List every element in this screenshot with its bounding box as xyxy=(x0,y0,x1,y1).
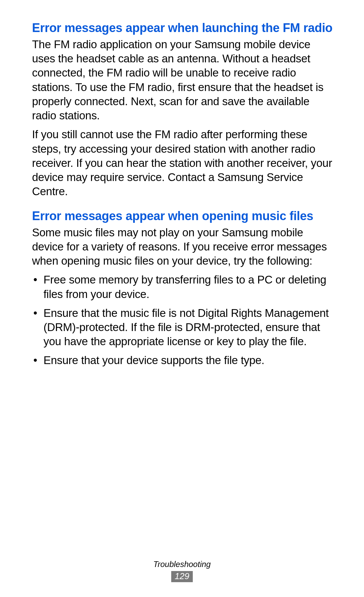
body-paragraph: The FM radio application on your Samsung… xyxy=(32,37,334,123)
list-item: Ensure that your device supports the fil… xyxy=(32,353,334,367)
page-footer: Troubleshooting 129 xyxy=(0,560,364,582)
section-heading-music-files: Error messages appear when opening music… xyxy=(32,208,334,223)
footer-section-label: Troubleshooting xyxy=(0,560,364,569)
list-item: Ensure that the music file is not Digita… xyxy=(32,306,334,349)
page-container: Error messages appear when launching the… xyxy=(0,0,364,597)
body-paragraph: Some music files may not play on your Sa… xyxy=(32,226,334,268)
body-paragraph: If you still cannot use the FM radio aft… xyxy=(32,127,334,199)
list-item: Free some memory by transferring files t… xyxy=(32,273,334,301)
bullet-list: Free some memory by transferring files t… xyxy=(32,273,334,367)
page-number: 129 xyxy=(171,571,192,582)
section-heading-fm-radio: Error messages appear when launching the… xyxy=(32,20,334,35)
